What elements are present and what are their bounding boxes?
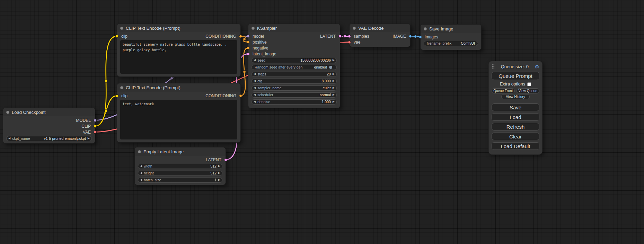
increment-arrow-icon[interactable]: ▶	[331, 73, 336, 75]
decrement-arrow-icon[interactable]: ◀	[252, 80, 257, 82]
decrement-arrow-icon[interactable]: ◀	[7, 137, 12, 140]
widget-cfg[interactable]: ◀cfg8.000▶	[252, 79, 337, 84]
save-button[interactable]: Save	[492, 103, 539, 111]
widget-filename_prefix[interactable]: filename_prefixComfyUI	[424, 41, 478, 46]
load-default-button[interactable]: Load Default	[492, 142, 539, 150]
view-queue-button[interactable]: View Queue	[517, 88, 540, 93]
widget-steps[interactable]: ◀steps20▶	[252, 72, 337, 77]
node-clip-encode-positive[interactable]: CLIP Text Encode (Prompt)clipCONDITIONIN…	[117, 24, 241, 77]
input-slot-model[interactable]	[247, 35, 250, 38]
drag-handle-icon[interactable]	[492, 64, 495, 69]
collapse-dot-icon[interactable]	[424, 27, 427, 30]
increment-arrow-icon[interactable]: ▶	[217, 165, 222, 168]
load-button[interactable]: Load	[492, 113, 539, 121]
decrement-arrow-icon[interactable]: ◀	[138, 172, 144, 174]
widget-label: ckpt_name	[12, 136, 30, 141]
output-slot-label: CLIP	[81, 124, 91, 129]
node-titlebar[interactable]: CLIP Text Encode (Prompt)	[117, 83, 240, 92]
widget-value: v1-5-pruned-emaonly.ckpt	[44, 136, 86, 141]
widget-height[interactable]: ◀height512▶	[138, 171, 222, 176]
input-slot-latent_image[interactable]	[247, 52, 250, 55]
settings-gear-icon[interactable]: ⚙	[535, 64, 539, 69]
widget-seed[interactable]: ◀seed156680208700286▶	[252, 58, 337, 63]
input-slot-negative[interactable]	[247, 46, 250, 49]
extra-options-checkbox[interactable]	[527, 82, 531, 86]
collapse-dot-icon[interactable]	[120, 27, 123, 30]
output-slot-latent[interactable]	[224, 158, 227, 161]
increment-arrow-icon[interactable]: ▶	[331, 59, 336, 62]
queue-prompt-button[interactable]: Queue Prompt	[492, 72, 539, 80]
collapse-dot-icon[interactable]	[120, 86, 123, 89]
node-titlebar[interactable]: KSampler	[248, 24, 340, 32]
widget-label: sampler_name	[257, 86, 281, 90]
input-slot-clip[interactable]	[115, 94, 118, 97]
increment-arrow-icon[interactable]: ▶	[86, 137, 91, 140]
node-title-label: CLIP Text Encode (Prompt)	[126, 85, 180, 90]
collapse-dot-icon[interactable]	[138, 150, 141, 153]
node-titlebar[interactable]: Load Checkpoint	[3, 108, 95, 116]
widget-value: ComfyUI	[461, 41, 475, 45]
node-titlebar[interactable]: Empty Latent Image	[135, 147, 226, 156]
output-slot-vae[interactable]	[94, 130, 97, 134]
widget-sampler_name[interactable]: ◀sampler_nameeuler▶	[252, 85, 337, 91]
queue-front-button[interactable]: Queue Front	[492, 88, 515, 93]
output-slot-latent[interactable]	[338, 35, 342, 38]
graph-canvas[interactable]: Load CheckpointMODELCLIPVAE◀ckpt_namev1-…	[0, 0, 644, 244]
refresh-button[interactable]: Refresh	[492, 123, 539, 130]
prompt-textarea[interactable]: text, watermark	[120, 100, 237, 139]
collapse-dot-icon[interactable]	[252, 27, 255, 30]
widget-value: 8.000	[322, 79, 331, 83]
output-slot-conditioning[interactable]	[239, 94, 242, 97]
output-slot-conditioning[interactable]	[239, 35, 242, 38]
output-slot-clip[interactable]	[94, 125, 97, 128]
node-load-checkpoint[interactable]: Load CheckpointMODELCLIPVAE◀ckpt_namev1-…	[3, 108, 95, 144]
decrement-arrow-icon[interactable]: ◀	[252, 100, 257, 103]
node-titlebar[interactable]: VAE Decode	[350, 24, 410, 32]
widget-denoise[interactable]: ◀denoise1.000▶	[252, 99, 337, 105]
node-ksampler[interactable]: KSamplermodelLATENTpositivenegativelaten…	[248, 24, 340, 108]
node-empty-latent[interactable]: Empty Latent ImageLATENT◀width512▶◀heigh…	[134, 147, 226, 185]
decrement-arrow-icon[interactable]: ◀	[252, 59, 257, 62]
increment-arrow-icon[interactable]: ▶	[331, 80, 336, 82]
widget-random-seed-after-every-gen[interactable]: Random seed after every genenabled	[252, 65, 337, 70]
input-slot-positive[interactable]	[247, 40, 250, 44]
increment-arrow-icon[interactable]: ▶	[217, 172, 222, 174]
node-vae-decode[interactable]: VAE DecodesamplesIMAGEvae	[349, 24, 411, 47]
input-slot-clip[interactable]	[115, 35, 118, 38]
extra-options-row: Extra options	[492, 81, 539, 88]
increment-arrow-icon[interactable]: ▶	[331, 87, 336, 89]
input-slot-vae[interactable]	[348, 40, 351, 44]
view-history-button[interactable]: View History	[501, 94, 530, 99]
control-panel: Queue size: 0 ⚙ Queue Prompt Extra optio…	[488, 61, 542, 155]
node-clip-encode-negative[interactable]: CLIP Text Encode (Prompt)clipCONDITIONIN…	[117, 83, 241, 143]
widget-width[interactable]: ◀width512▶	[138, 164, 222, 169]
node-titlebar[interactable]: Save Image	[421, 25, 481, 33]
increment-arrow-icon[interactable]: ▶	[331, 100, 336, 103]
collapse-dot-icon[interactable]	[6, 111, 9, 114]
input-slot-samples[interactable]	[348, 35, 351, 38]
widget-label: height	[144, 171, 154, 175]
decrement-arrow-icon[interactable]: ◀	[252, 93, 257, 96]
node-save-image[interactable]: Save Imageimagesfilename_prefixComfyUI	[420, 24, 482, 50]
node-titlebar[interactable]: CLIP Text Encode (Prompt)	[117, 24, 240, 32]
increment-arrow-icon[interactable]: ▶	[217, 179, 222, 181]
widget-label: batch_size	[144, 178, 161, 182]
widget-batch_size[interactable]: ◀batch_size1▶	[138, 178, 222, 183]
widget-ckpt_name[interactable]: ◀ckpt_namev1-5-pruned-emaonly.ckpt▶	[6, 136, 92, 141]
decrement-arrow-icon[interactable]: ◀	[138, 179, 144, 181]
output-slot-image[interactable]	[409, 35, 412, 38]
collapse-dot-icon[interactable]	[353, 27, 356, 30]
prompt-textarea[interactable]: beautiful scenery nature glass bottle la…	[120, 40, 237, 74]
increment-arrow-icon[interactable]: ▶	[331, 93, 336, 96]
decrement-arrow-icon[interactable]: ◀	[252, 87, 257, 89]
decrement-arrow-icon[interactable]: ◀	[138, 165, 144, 168]
input-slot-label: model	[253, 34, 264, 39]
decrement-arrow-icon[interactable]: ◀	[252, 73, 257, 75]
clear-button[interactable]: Clear	[492, 133, 539, 140]
node-title-label: Load Checkpoint	[12, 110, 46, 115]
widget-label: Random seed after every gen	[255, 65, 302, 69]
widget-scheduler[interactable]: ◀schedulernormal▶	[252, 92, 337, 98]
widget-value: 156680208700286	[300, 58, 331, 62]
output-slot-model[interactable]	[94, 119, 97, 122]
input-slot-images[interactable]	[419, 35, 422, 38]
